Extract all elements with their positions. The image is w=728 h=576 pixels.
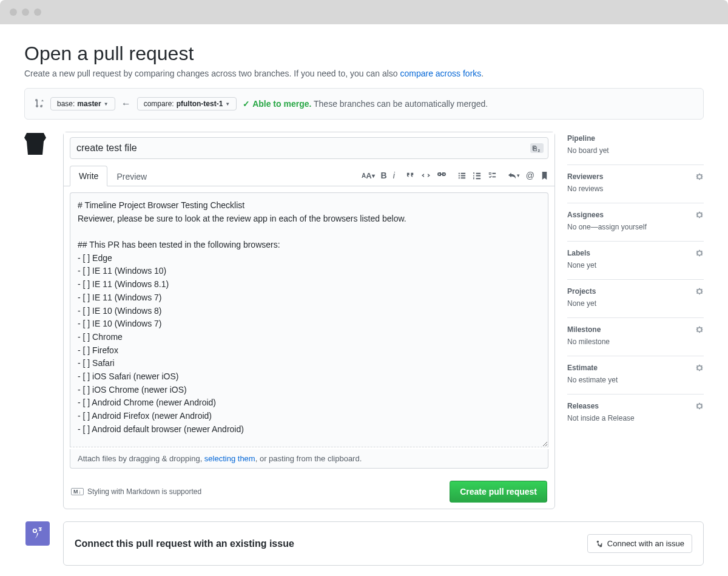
gear-icon[interactable] [695, 172, 704, 181]
markdown-icon: M↓ [71, 488, 84, 495]
tab-preview[interactable]: Preview [107, 166, 156, 186]
sidebar-projects: Projects None yet [567, 280, 704, 318]
merge-message: These branches can be automatically merg… [314, 99, 488, 109]
pr-editor-box: ⎘₂ Write Preview AA▾ B i [63, 132, 555, 509]
window-minimize-dot[interactable] [22, 8, 29, 16]
unordered-list-icon[interactable] [457, 171, 467, 180]
create-pull-request-button[interactable]: Create pull request [450, 481, 547, 503]
compare-across-forks-link[interactable]: compare across forks [400, 69, 481, 78]
reply-icon[interactable]: ▾ [508, 171, 520, 180]
merge-status: Able to merge. [252, 99, 311, 109]
sidebar-pipeline: Pipeline No board yet [567, 132, 704, 165]
heading-icon[interactable]: AA▾ [362, 171, 375, 180]
connect-issue-title: Connect this pull request with an existi… [75, 538, 294, 549]
gear-icon[interactable] [695, 249, 704, 257]
select-files-link[interactable]: selecting them [204, 454, 255, 463]
sidebar-assignees: Assignees No one—assign yourself [567, 203, 704, 242]
check-icon: ✓ [243, 99, 250, 109]
connect-icon [595, 540, 604, 548]
connect-issue-icon [25, 521, 50, 546]
window-close-dot[interactable] [10, 8, 17, 16]
page-subtitle: Create a new pull request by comparing c… [24, 69, 704, 78]
attach-hint: Attach files by dragging & dropping, sel… [70, 449, 548, 469]
sidebar-labels: Labels None yet [567, 242, 704, 280]
code-icon[interactable] [421, 171, 431, 180]
gear-icon[interactable] [695, 402, 704, 410]
git-compare-icon [35, 98, 44, 110]
page-title: Open a pull request [24, 42, 704, 65]
pr-body-textarea[interactable] [70, 192, 548, 447]
arrow-left-icon: ← [121, 98, 131, 109]
caret-down-icon: ▼ [225, 101, 230, 107]
base-branch-selector[interactable]: base: master ▼ [50, 97, 115, 110]
connect-issue-card: Connect this pull request with an existi… [63, 521, 704, 566]
mention-icon[interactable]: @ [526, 171, 534, 180]
link-icon[interactable] [437, 171, 447, 180]
tab-write[interactable]: Write [70, 166, 107, 186]
compare-branch-selector[interactable]: compare: pfulton-test-1 ▼ [137, 97, 237, 110]
sidebar-milestone: Milestone No milestone [567, 318, 704, 356]
avatar [24, 132, 46, 156]
reference-suggestion-icon[interactable]: ⎘₂ [530, 143, 544, 153]
bookmark-icon[interactable] [541, 171, 548, 180]
italic-icon[interactable]: i [393, 171, 395, 180]
bold-icon[interactable]: B [381, 171, 387, 180]
sidebar-releases: Releases Not inside a Release [567, 395, 704, 432]
branch-range-box: base: master ▼ ← compare: pfulton-test-1… [24, 88, 704, 120]
caret-down-icon: ▼ [104, 101, 109, 107]
gear-icon[interactable] [695, 325, 704, 334]
gear-icon[interactable] [695, 364, 704, 372]
gear-icon[interactable] [695, 211, 704, 219]
task-list-icon[interactable] [488, 171, 497, 180]
window-maximize-dot[interactable] [34, 8, 41, 16]
sidebar-estimate: Estimate No estimate yet [567, 356, 704, 395]
quote-icon[interactable] [406, 171, 415, 180]
markdown-toolbar: AA▾ B i [362, 171, 548, 180]
markdown-hint[interactable]: M↓ Styling with Markdown is supported [71, 487, 201, 496]
sidebar: Pipeline No board yet Reviewers No revie… [567, 132, 704, 432]
connect-with-issue-button[interactable]: Connect with an issue [587, 534, 692, 553]
pr-title-input[interactable] [70, 137, 548, 159]
gear-icon[interactable] [695, 287, 704, 296]
browser-chrome [0, 0, 728, 24]
ordered-list-icon[interactable] [473, 171, 482, 180]
avatar-column [24, 132, 51, 158]
sidebar-reviewers: Reviewers No reviews [567, 165, 704, 203]
page-header: Open a pull request Create a new pull re… [24, 42, 704, 78]
